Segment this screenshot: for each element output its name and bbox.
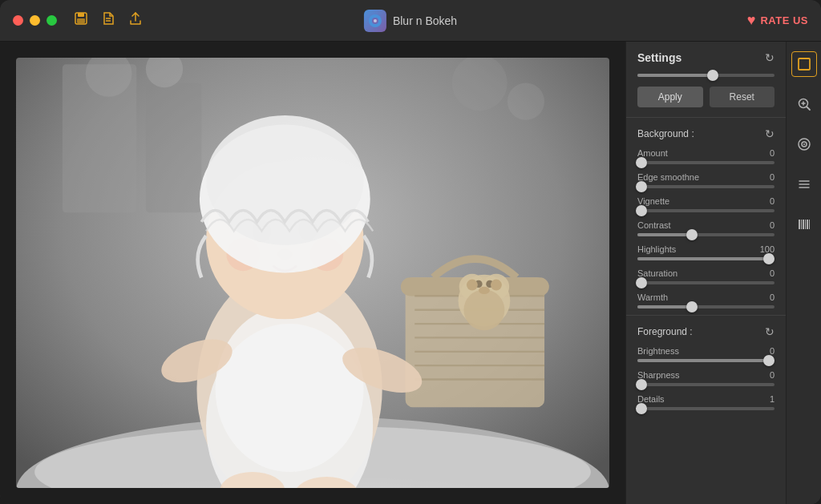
right-toolbar bbox=[786, 42, 821, 504]
rate-us-button[interactable]: ♥ RATE US bbox=[747, 12, 808, 29]
svg-rect-50 bbox=[799, 58, 810, 70]
edge-smooth-slider[interactable] bbox=[637, 185, 774, 188]
main-content: Settings ↻ Apply Reset Background : ↻ bbox=[0, 42, 821, 504]
contrast-value: 0 bbox=[770, 220, 774, 230]
titlebar-center: Blur n Bokeh bbox=[364, 10, 457, 32]
highlights-label: Highlights bbox=[637, 244, 676, 254]
frame-toolbar-icon[interactable] bbox=[791, 51, 817, 77]
settings-header: Settings ↻ bbox=[626, 42, 786, 71]
saturation-value: 0 bbox=[770, 268, 774, 278]
background-section-header: Background : ↻ bbox=[626, 119, 786, 145]
sharpness-value: 0 bbox=[770, 370, 774, 380]
image-area bbox=[0, 42, 625, 504]
zoom-toolbar-icon[interactable] bbox=[791, 91, 817, 117]
master-slider-row bbox=[626, 71, 786, 83]
titlebar-tools bbox=[73, 10, 144, 30]
rate-us-label: RATE US bbox=[760, 14, 808, 26]
svg-point-7 bbox=[374, 19, 377, 22]
master-slider[interactable] bbox=[637, 74, 774, 77]
action-buttons: Apply Reset bbox=[626, 83, 786, 115]
sharpness-slider[interactable] bbox=[637, 383, 774, 386]
settings-refresh-icon[interactable]: ↻ bbox=[765, 51, 774, 64]
saturation-row: Saturation 0 bbox=[626, 265, 786, 289]
target-toolbar-icon[interactable] bbox=[791, 131, 817, 157]
app-window: Blur n Bokeh ♥ RATE US bbox=[0, 0, 821, 504]
minimize-button[interactable] bbox=[30, 15, 40, 26]
edge-smooth-label: Edge smoothne bbox=[637, 172, 699, 182]
list-toolbar-icon[interactable] bbox=[791, 171, 817, 197]
warmth-row: Warmth 0 bbox=[626, 289, 786, 313]
brightness-label: Brightness bbox=[637, 346, 679, 356]
edge-smooth-value: 0 bbox=[770, 172, 774, 182]
svg-rect-2 bbox=[77, 18, 85, 23]
reset-button[interactable]: Reset bbox=[710, 87, 775, 107]
svg-point-37 bbox=[216, 305, 364, 472]
brightness-slider[interactable] bbox=[637, 359, 774, 362]
details-row: Details 1 bbox=[626, 391, 786, 415]
highlights-row: Highlights 100 bbox=[626, 241, 786, 265]
apply-button[interactable]: Apply bbox=[637, 87, 703, 107]
svg-point-33 bbox=[467, 280, 478, 291]
app-title: Blur n Bokeh bbox=[393, 14, 457, 27]
contrast-slider[interactable] bbox=[637, 233, 774, 236]
titlebar: Blur n Bokeh ♥ RATE US bbox=[0, 0, 821, 42]
brightness-value: 0 bbox=[770, 346, 774, 356]
image-container[interactable] bbox=[16, 58, 609, 488]
vignette-slider[interactable] bbox=[637, 209, 774, 212]
divider-1 bbox=[626, 117, 786, 118]
file-icon[interactable] bbox=[100, 10, 116, 30]
background-refresh-icon[interactable]: ↻ bbox=[765, 127, 774, 140]
barcode-toolbar-icon[interactable] bbox=[791, 212, 817, 237]
svg-rect-65 bbox=[807, 220, 808, 229]
svg-point-14 bbox=[508, 83, 544, 119]
sharpness-label: Sharpness bbox=[637, 370, 680, 380]
saturation-label: Saturation bbox=[637, 268, 677, 278]
amount-value: 0 bbox=[770, 148, 774, 158]
maximize-button[interactable] bbox=[47, 15, 57, 26]
divider-2 bbox=[626, 315, 786, 316]
svg-rect-1 bbox=[78, 13, 84, 17]
saturation-slider[interactable] bbox=[637, 281, 774, 284]
traffic-lights bbox=[13, 15, 57, 26]
foreground-refresh-icon[interactable]: ↻ bbox=[765, 325, 774, 338]
contrast-label: Contrast bbox=[637, 220, 671, 230]
svg-point-13 bbox=[451, 58, 507, 111]
foreground-section-header: Foreground : ↻ bbox=[626, 317, 786, 343]
svg-rect-64 bbox=[805, 220, 806, 229]
highlights-slider[interactable] bbox=[637, 257, 774, 260]
svg-line-52 bbox=[807, 107, 810, 111]
svg-rect-62 bbox=[801, 220, 802, 229]
vignette-row: Vignette 0 bbox=[626, 193, 786, 217]
svg-rect-63 bbox=[803, 220, 804, 229]
warmth-label: Warmth bbox=[637, 292, 668, 302]
svg-point-34 bbox=[491, 280, 502, 291]
svg-point-29 bbox=[463, 289, 504, 330]
amount-slider[interactable] bbox=[637, 161, 774, 164]
amount-row: Amount 0 bbox=[626, 145, 786, 169]
settings-title: Settings bbox=[637, 51, 681, 64]
background-label: Background : bbox=[637, 128, 694, 139]
contrast-row: Contrast 0 bbox=[626, 217, 786, 241]
details-value: 1 bbox=[770, 394, 774, 404]
app-icon bbox=[364, 10, 386, 32]
foreground-label: Foreground : bbox=[637, 326, 693, 337]
edge-smooth-row: Edge smoothne 0 bbox=[626, 169, 786, 193]
details-slider[interactable] bbox=[637, 407, 774, 410]
share-icon[interactable] bbox=[127, 10, 144, 30]
svg-point-57 bbox=[803, 143, 805, 145]
svg-point-32 bbox=[479, 287, 490, 294]
svg-rect-66 bbox=[809, 220, 810, 229]
warmth-slider[interactable] bbox=[637, 305, 774, 308]
svg-rect-61 bbox=[799, 220, 800, 229]
close-button[interactable] bbox=[13, 15, 23, 26]
warmth-value: 0 bbox=[770, 292, 774, 302]
brightness-row: Brightness 0 bbox=[626, 343, 786, 367]
vignette-value: 0 bbox=[770, 196, 774, 206]
heart-icon: ♥ bbox=[747, 12, 756, 29]
save-icon[interactable] bbox=[73, 10, 89, 30]
svg-rect-10 bbox=[146, 83, 201, 212]
settings-panel: Settings ↻ Apply Reset Background : ↻ bbox=[625, 42, 786, 504]
sharpness-row: Sharpness 0 bbox=[626, 367, 786, 391]
photo-display bbox=[16, 58, 609, 488]
